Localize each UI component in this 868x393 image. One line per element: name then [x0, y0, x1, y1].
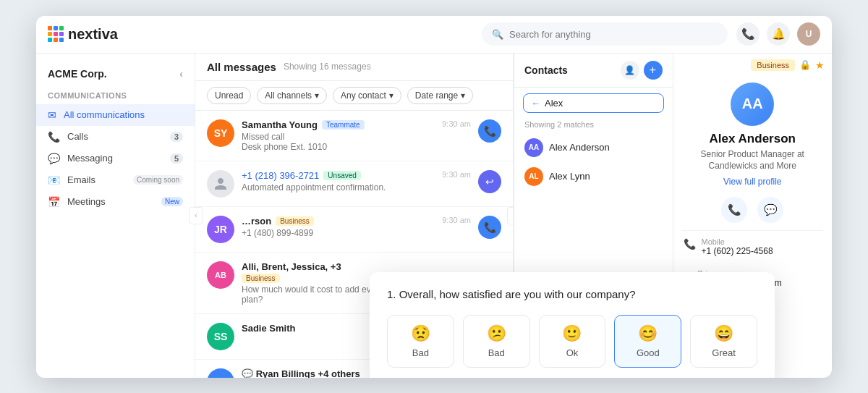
sidebar-item-calls[interactable]: 📞 Calls 3 — [36, 126, 195, 148]
message-content: …rson Business +1 (480) 899-4899 — [242, 216, 435, 238]
survey-options: 😟 Bad 😕 Bad 🙂 Ok 😊 Good — [387, 315, 757, 368]
account-name: ACME Corp. — [48, 68, 107, 80]
messages-expand-button[interactable]: › — [507, 207, 514, 224]
contacts-search-bar[interactable]: ← — [523, 93, 664, 113]
great-label: Great — [712, 347, 736, 358]
ok-emoji: 🙂 — [562, 324, 582, 343]
lock-icon: 🔒 — [799, 59, 811, 71]
contacts-results-label: Showing 2 matches — [514, 119, 673, 133]
survey-option-good[interactable]: 😊 Good — [614, 315, 681, 368]
message-badge: Business — [242, 274, 280, 283]
user-avatar[interactable]: U — [797, 22, 820, 46]
message-content: +1 (218) 396-2721 Unsaved Automated appo… — [242, 170, 435, 193]
contact-message-button[interactable]: 💬 — [757, 197, 783, 223]
survey-option-great[interactable]: 😄 Great — [690, 315, 757, 368]
message-time: 9:30 am — [442, 216, 471, 224]
account-arrow-icon: ‹ — [179, 68, 183, 80]
avatar: AA — [524, 138, 543, 157]
meetings-badge: New — [161, 197, 183, 206]
plus-icon[interactable]: + — [644, 61, 663, 80]
header-search-bar[interactable]: 🔍 — [482, 22, 728, 46]
contact-result-alex-lynn[interactable]: AL Alex Lynn — [514, 162, 673, 191]
message-phone: +1 (218) 396-2721 — [242, 170, 319, 181]
sidebar-item-emails[interactable]: 📧 Emails Coming soon — [36, 169, 195, 191]
message-badge: Teammate — [322, 120, 365, 130]
avatar: RB — [207, 368, 234, 378]
messaging-icon: 💬 — [48, 153, 60, 164]
logo: nextiva — [48, 26, 118, 43]
sidebar-item-label: Meetings — [67, 196, 106, 207]
contact-result-alex-anderson[interactable]: AA Alex Anderson — [514, 133, 673, 162]
right-section: Contacts 👤 + ← Showing 2 matches AA Alex… — [514, 54, 832, 378]
filter-unread[interactable]: Unread — [207, 87, 251, 104]
filter-date[interactable]: Date range ▾ — [407, 87, 473, 104]
message-item[interactable]: +1 (218) 396-2721 Unsaved Automated appo… — [195, 161, 513, 207]
message-sender-name: 💬 Ryan Billings +4 others — [242, 368, 360, 378]
contact-call-button[interactable]: 📞 — [721, 197, 747, 223]
account-selector[interactable]: ACME Corp. ‹ — [36, 62, 195, 88]
bad-emoji: 😕 — [487, 324, 506, 343]
contacts-header-icons: 👤 + — [621, 61, 663, 80]
call-icon[interactable]: 📞 — [736, 22, 760, 46]
message-item[interactable]: JR …rson Business +1 (480) 899-4899 9:30… — [195, 207, 513, 253]
main-layout: ACME Corp. ‹ Communications ✉ All commun… — [36, 54, 832, 378]
sidebar: ACME Corp. ‹ Communications ✉ All commun… — [36, 54, 195, 378]
contact-title: Senior Product Manager at Candlewicks an… — [682, 148, 824, 173]
search-icon: 🔍 — [492, 29, 503, 40]
messages-title: All messages — [207, 61, 276, 73]
emails-icon: 📧 — [48, 174, 60, 186]
mobile-value: +1 (602) 225-4568 — [702, 246, 773, 256]
avatar: SY — [207, 119, 234, 147]
good-label: Good — [637, 347, 660, 358]
survey-option-very-bad[interactable]: 😟 Bad — [387, 315, 454, 368]
avatar: SS — [207, 323, 234, 350]
sidebar-toggle[interactable]: ‹ — [189, 207, 203, 224]
contact-business-badge: Business — [751, 59, 795, 71]
filter-channels[interactable]: All channels ▾ — [257, 87, 327, 104]
add-contact-icon[interactable]: 👤 — [621, 61, 639, 80]
avatar — [207, 170, 234, 198]
message-sender-name: Alli, Brent, Jessica, +3 — [242, 261, 341, 272]
messages-header: All messages Showing 16 messages — [195, 54, 513, 81]
message-item[interactable]: SY Samantha Young Teammate Missed call D… — [195, 111, 513, 161]
all-comms-icon: ✉ — [48, 109, 56, 121]
avatar: AL — [524, 167, 543, 186]
message-time: 9:30 am — [442, 170, 471, 179]
app-window: nextiva 🔍 📞 🔔 U ACME Corp. ‹ Communicati… — [36, 16, 832, 378]
calls-icon: 📞 — [48, 131, 60, 143]
sidebar-item-all-communications[interactable]: ✉ All communications — [36, 104, 195, 126]
survey-option-ok[interactable]: 🙂 Ok — [539, 315, 606, 368]
calls-badge: 3 — [170, 132, 183, 142]
ok-label: Ok — [566, 347, 579, 358]
call-action-button[interactable]: 📞 — [478, 216, 501, 239]
survey-option-bad[interactable]: 😕 Bad — [463, 315, 530, 368]
header: nextiva 🔍 📞 🔔 U — [36, 16, 832, 54]
contacts-search-input[interactable] — [545, 98, 656, 109]
reply-action-button[interactable]: ↩ — [478, 170, 501, 193]
bad-label: Bad — [488, 347, 505, 358]
message-text: +1 (480) 899-4899 — [242, 228, 435, 238]
notification-icon[interactable]: 🔔 — [767, 22, 790, 46]
favorite-star-icon[interactable]: ★ — [815, 59, 825, 71]
header-icons: 📞 🔔 U — [736, 22, 820, 46]
view-full-profile-link[interactable]: View full profile — [723, 177, 781, 187]
very-bad-label: Bad — [412, 347, 429, 358]
sidebar-item-messaging[interactable]: 💬 Messaging 5 — [36, 148, 195, 169]
messages-filters: Unread All channels ▾ Any contact ▾ Date… — [195, 81, 513, 111]
contact-name: Alex Anderson — [710, 132, 796, 146]
phone-icon: 📞 — [684, 238, 696, 250]
message-badge: Unsaved — [323, 171, 360, 180]
contacts-header: Contacts 👤 + — [514, 54, 673, 88]
sidebar-item-meetings[interactable]: 📅 Meetings New — [36, 191, 195, 213]
sidebar-item-label: All communications — [64, 109, 145, 120]
message-content: Samantha Young Teammate Missed call Desk… — [242, 119, 435, 152]
search-input[interactable] — [509, 29, 718, 40]
avatar: JR — [207, 216, 234, 243]
call-action-button[interactable]: 📞 — [478, 119, 501, 143]
sidebar-item-label: Emails — [67, 174, 95, 185]
messages-count: Showing 16 messages — [284, 62, 371, 72]
contact-avatar: AA — [731, 83, 774, 126]
avatar: AB — [207, 261, 234, 289]
filter-contact[interactable]: Any contact ▾ — [333, 87, 401, 104]
mobile-label: Mobile — [702, 237, 773, 246]
